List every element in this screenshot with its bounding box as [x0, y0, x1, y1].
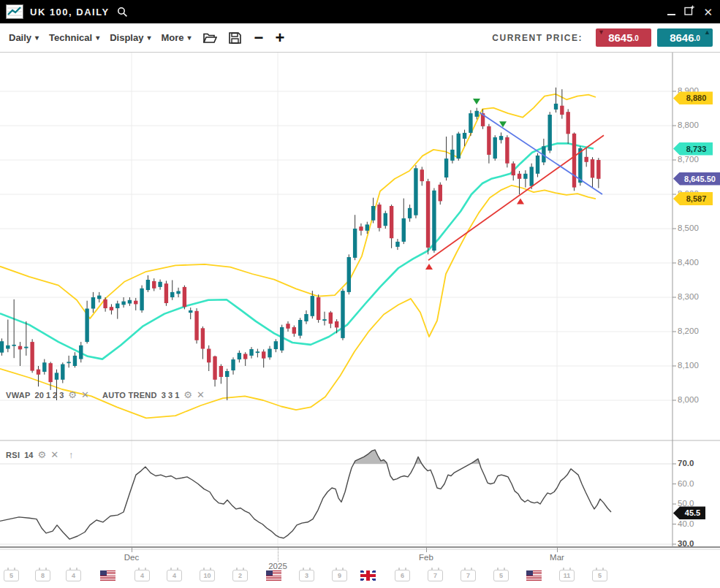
rsi-params: 14: [24, 451, 33, 459]
rsi-indicator-row: RSI 14 ⚙ ✕ ↑: [6, 450, 74, 459]
economic-calendar-icon[interactable]: 3: [299, 570, 314, 581]
economic-calendar-icon[interactable]: 5: [4, 570, 19, 581]
uk-flag-icon[interactable]: [360, 570, 376, 581]
instrument-title: UK 100, DAILY: [30, 7, 110, 18]
sell-signal-triangle: [473, 99, 480, 104]
economic-calendar-icon[interactable]: 11: [559, 570, 575, 581]
save-chart-icon[interactable]: [229, 32, 241, 44]
menu-daily[interactable]: Daily: [9, 32, 39, 43]
buy-signal-triangle: [517, 199, 524, 205]
economic-calendar-icon[interactable]: 2: [232, 570, 248, 581]
menu-more[interactable]: More: [161, 32, 191, 43]
economic-calendar-icon[interactable]: 4: [134, 570, 150, 581]
us-flag-icon[interactable]: [266, 570, 281, 581]
buy-price-button[interactable]: 8646.0 ▲: [657, 28, 713, 47]
economic-calendar-icon[interactable]: 5: [493, 570, 509, 581]
vwap-remove-icon[interactable]: ✕: [81, 390, 89, 400]
minimize-icon[interactable]: [667, 8, 675, 15]
open-chart-icon[interactable]: [203, 32, 217, 44]
zoom-in-button[interactable]: +: [275, 31, 284, 45]
economic-calendar-icon[interactable]: 10: [200, 570, 215, 581]
arrow-down-icon: ▼: [598, 28, 605, 36]
autotrend-settings-gear-icon[interactable]: ⚙: [183, 390, 192, 400]
current-price-label: CURRENT PRICE:: [492, 33, 583, 43]
search-icon[interactable]: [117, 7, 128, 18]
window-titlebar: UK 100, DAILY ✕: [0, 0, 720, 23]
vwap-indicator-row: VWAP 20 1 2 3 ⚙ ✕ AUTO TREND 3 3 1 ⚙ ✕: [6, 390, 205, 400]
close-icon[interactable]: ✕: [703, 7, 713, 18]
app-logo-icon: [6, 4, 23, 19]
us-flag-icon[interactable]: [526, 570, 542, 581]
vwap-params: 20 1 2 3: [35, 391, 64, 400]
chart-toolbar: Daily Technical Display More − + CURRENT…: [0, 23, 720, 53]
economic-calendar-icon[interactable]: 8: [35, 570, 50, 581]
chart-area[interactable]: [0, 53, 720, 588]
autotrend-remove-icon[interactable]: ✕: [197, 390, 205, 400]
vwap-label: VWAP: [6, 391, 31, 400]
economic-calendar-icon[interactable]: 7: [428, 570, 443, 581]
rsi-label: RSI: [6, 451, 20, 459]
autotrend-params: 3 3 1: [162, 391, 179, 400]
economic-calendar-icon[interactable]: 9: [332, 570, 347, 581]
arrow-up-icon: ▲: [704, 28, 710, 36]
chart-svg[interactable]: [0, 53, 720, 588]
sell-price-button[interactable]: ▼ 8645.0: [596, 28, 651, 47]
autotrend-label: AUTO TREND: [102, 391, 157, 400]
economic-calendar-icon[interactable]: 6: [395, 570, 410, 581]
rsi-remove-icon[interactable]: ✕: [50, 450, 58, 459]
popout-window-icon[interactable]: [684, 5, 694, 18]
us-flag-icon[interactable]: [100, 570, 115, 581]
menu-display[interactable]: Display: [110, 32, 151, 43]
rsi-move-up-icon[interactable]: ↑: [69, 450, 74, 459]
rsi-settings-gear-icon[interactable]: ⚙: [38, 450, 47, 459]
menu-technical[interactable]: Technical: [49, 32, 99, 43]
vwap-settings-gear-icon[interactable]: ⚙: [68, 390, 77, 400]
zoom-out-button[interactable]: −: [254, 31, 264, 45]
economic-calendar-icon[interactable]: 7: [461, 570, 476, 581]
candles[interactable]: [0, 88, 601, 400]
economic-calendar-icon[interactable]: 4: [66, 570, 81, 581]
economic-calendar-icon[interactable]: 5: [592, 570, 607, 581]
economic-calendar-icon[interactable]: 4: [167, 570, 182, 581]
